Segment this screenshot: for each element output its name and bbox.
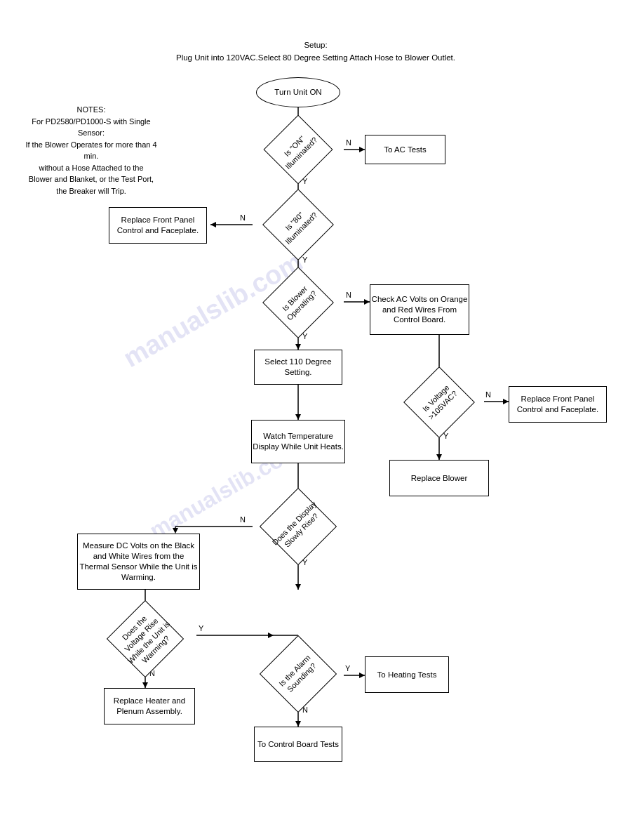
svg-text:Y: Y xyxy=(302,256,308,264)
svg-marker-19 xyxy=(436,454,442,460)
to-heating-node: To Heating Tests xyxy=(365,656,449,693)
flowchart: manualslib.com manualslib.com xyxy=(0,0,644,834)
to-control-node: To Control Board Tests xyxy=(254,727,342,762)
to-ac-tests-node: To AC Tests xyxy=(365,135,445,164)
svg-marker-32 xyxy=(268,633,274,638)
does-display-diamond: Does the Display Slowly Rise? xyxy=(249,498,347,555)
svg-marker-7 xyxy=(210,222,216,227)
is-80-diamond: Is "80" Illuminated? xyxy=(251,197,345,253)
svg-marker-28 xyxy=(295,584,301,590)
check-ac-node: Check AC Volts on Orange and Red Wires F… xyxy=(370,284,469,335)
is-alarm-diamond: Is the Alarm Sounding? xyxy=(249,646,347,702)
svg-text:Y: Y xyxy=(302,332,308,340)
does-voltage-diamond: Does the Voltage Rise While the Unit is … xyxy=(90,611,201,667)
replace-front1-node: Replace Front Panel Control and Faceplat… xyxy=(109,207,207,244)
is-blower-diamond: Is Blower Operating? xyxy=(251,276,345,329)
svg-text:N: N xyxy=(240,213,246,222)
svg-text:N: N xyxy=(485,390,491,399)
svg-marker-17 xyxy=(503,399,509,404)
is-voltage-diamond: Is Voltage >105VAC? xyxy=(396,376,482,428)
svg-text:N: N xyxy=(346,138,351,147)
replace-heater-node: Replace Heater and Plenum Assembly. xyxy=(104,688,195,724)
svg-marker-3 xyxy=(359,147,365,152)
replace-front2-node: Replace Front Panel Control and Faceplat… xyxy=(509,386,607,423)
replace-blower-node: Replace Blower xyxy=(389,460,489,496)
notes-text: NOTES: For PD2580/PD1000-S with Single S… xyxy=(21,104,161,197)
svg-marker-21 xyxy=(295,414,301,420)
turn-on-node: Turn Unit ON xyxy=(256,77,340,107)
svg-marker-11 xyxy=(364,299,370,305)
setup-text: Setup: Plug Unit into 120VAC.Select 80 D… xyxy=(119,39,512,65)
watch-temp-node: Watch Temperature Display While Unit Hea… xyxy=(251,420,345,463)
svg-marker-39 xyxy=(295,721,301,727)
measure-dc-node: Measure DC Volts on the Black and White … xyxy=(77,534,200,590)
svg-marker-37 xyxy=(359,673,365,678)
svg-marker-13 xyxy=(295,344,301,350)
svg-marker-35 xyxy=(142,682,148,688)
svg-text:N: N xyxy=(240,515,246,524)
svg-marker-26 xyxy=(173,528,178,534)
svg-text:N: N xyxy=(346,291,351,299)
select-110-node: Select 110 Degree Setting. xyxy=(254,350,342,385)
is-on-diamond: Is "ON" Illuminated? xyxy=(251,125,345,174)
svg-text:Y: Y xyxy=(443,432,449,440)
